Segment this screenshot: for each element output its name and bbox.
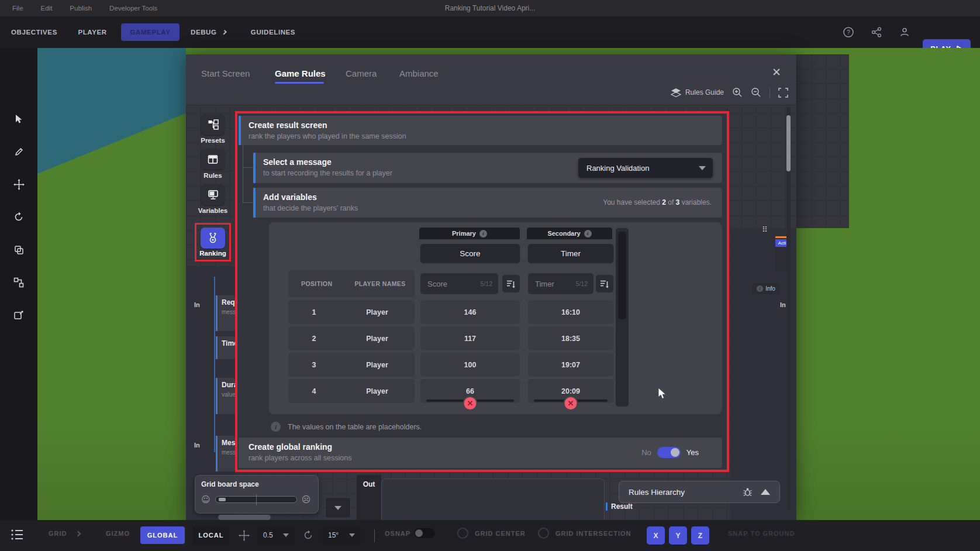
tab-game-rules[interactable]: Game Rules bbox=[275, 68, 326, 78]
player-button[interactable]: PLAYER bbox=[69, 23, 116, 41]
select-tool-button[interactable] bbox=[8, 108, 29, 129]
chevron-down-icon bbox=[334, 506, 341, 510]
hierarchy-tool-button[interactable] bbox=[8, 272, 29, 293]
node-port-out: Out bbox=[357, 480, 381, 488]
app-window: File Edit Publish Developer Tools Rankin… bbox=[0, 0, 980, 551]
primary-label: Primary bbox=[452, 230, 476, 237]
fullscreen-button[interactable] bbox=[778, 88, 788, 98]
rotate-step-select[interactable]: 15° bbox=[322, 526, 361, 544]
chevron-down-icon bbox=[699, 166, 706, 170]
add-variables-section: Add variables that decide the players' r… bbox=[253, 188, 722, 218]
frame-tool-button[interactable] bbox=[8, 305, 29, 326]
info-icon[interactable]: i bbox=[584, 230, 592, 237]
rotate-tool-button[interactable] bbox=[8, 206, 29, 228]
sidebar-variables-button[interactable] bbox=[201, 184, 225, 205]
menu-edit[interactable]: Edit bbox=[41, 5, 53, 12]
tab-camera[interactable]: Camera bbox=[346, 68, 377, 78]
modal-scrollbar[interactable] bbox=[786, 107, 791, 511]
primary-variable-button[interactable]: Score bbox=[420, 244, 520, 263]
info-chip-label: Info bbox=[765, 285, 775, 292]
axis-z-button[interactable]: Z bbox=[691, 526, 709, 545]
move-tool-button[interactable] bbox=[8, 174, 29, 195]
primary-column-header: Primary i bbox=[419, 228, 520, 239]
draw-tool-button[interactable] bbox=[8, 141, 29, 162]
menu-publish[interactable]: Publish bbox=[70, 5, 92, 12]
node-card-required: Requ messa bbox=[216, 295, 235, 331]
collapsed-dropdown-button[interactable] bbox=[325, 497, 351, 518]
timer-variable-field[interactable]: Timer 5/12 bbox=[528, 273, 593, 294]
rotate-icon bbox=[13, 212, 24, 222]
zoom-in-button[interactable] bbox=[732, 87, 743, 98]
score-variable-field[interactable]: Score 5/12 bbox=[420, 273, 498, 294]
grid-board-space-title: Grid board space bbox=[201, 480, 318, 488]
share-button[interactable] bbox=[870, 26, 883, 39]
node-port-in: In bbox=[780, 301, 786, 308]
sidebar-rules-label: Rules bbox=[191, 172, 235, 179]
table-scrollbar[interactable] bbox=[616, 228, 629, 407]
help-button[interactable]: ? bbox=[842, 26, 855, 39]
axis-x-button[interactable]: X bbox=[647, 526, 665, 545]
zoom-out-button[interactable] bbox=[751, 87, 761, 98]
row-player-name: Player bbox=[340, 361, 415, 369]
ranking-highlight-box bbox=[195, 223, 231, 261]
modal-scrollbar-thumb[interactable] bbox=[786, 115, 791, 171]
grid-intersection-label: GRID INTERSECTION bbox=[555, 530, 631, 537]
row-timer-cell: 19:07 bbox=[528, 353, 613, 377]
rules-hierarchy-panel[interactable]: Rules Hierarchy bbox=[619, 481, 780, 503]
tab-start-screen[interactable]: Start Screen bbox=[201, 68, 250, 78]
sidebar-presets-label: Presets bbox=[191, 137, 235, 144]
grid-center-radio[interactable] bbox=[457, 528, 468, 539]
message-dropdown[interactable]: Ranking Validation bbox=[578, 158, 713, 178]
timer-sort-button[interactable] bbox=[596, 275, 613, 292]
info-icon[interactable]: i bbox=[479, 230, 487, 237]
sort-descending-icon bbox=[600, 280, 609, 288]
objectives-button[interactable]: OBJECTIVES bbox=[6, 23, 62, 41]
local-mode-button[interactable]: LOCAL bbox=[193, 526, 229, 544]
gameplay-button[interactable]: GAMEPLAY bbox=[121, 23, 180, 41]
note-prefix: You have selected bbox=[603, 198, 660, 206]
bug-icon[interactable] bbox=[743, 487, 753, 497]
grid-board-slider[interactable] bbox=[215, 496, 297, 503]
table-scrollbar-thumb[interactable] bbox=[618, 232, 626, 319]
node-card-title: Mess bbox=[222, 439, 235, 447]
secondary-column-header: Secondary i bbox=[527, 228, 612, 239]
duplicate-tool-button[interactable] bbox=[8, 239, 29, 260]
debug-button[interactable]: DEBUG bbox=[191, 23, 226, 41]
guidelines-button[interactable]: GUIDELINES bbox=[246, 23, 300, 41]
menu-developer-tools[interactable]: Developer Tools bbox=[109, 5, 157, 12]
node-card-title: Time bbox=[222, 339, 235, 347]
outliner-list-button[interactable] bbox=[9, 527, 25, 542]
global-ranking-toggle[interactable] bbox=[657, 447, 681, 458]
grid-menu-button[interactable]: GRID bbox=[49, 530, 67, 537]
gizmo-button[interactable]: GIZMO bbox=[106, 530, 130, 537]
score-sort-button[interactable] bbox=[502, 275, 520, 292]
secondary-variable-button[interactable]: Timer bbox=[528, 244, 613, 263]
tree-connector bbox=[243, 202, 253, 203]
axis-y-button[interactable]: Y bbox=[669, 526, 687, 545]
sidebar-presets-button[interactable] bbox=[201, 114, 225, 135]
result-label: Result bbox=[611, 502, 633, 511]
drag-grip-icon[interactable]: ⠿ bbox=[762, 225, 768, 234]
rules-guide-button[interactable]: Rules Guide bbox=[671, 88, 724, 97]
menu-file[interactable]: File bbox=[12, 5, 23, 12]
user-button[interactable] bbox=[898, 26, 911, 39]
ranking-settings-panel: Create result screen rank the players wh… bbox=[235, 111, 729, 472]
slider-knob[interactable] bbox=[219, 498, 226, 501]
tab-ambiance[interactable]: Ambiance bbox=[399, 68, 439, 78]
close-button[interactable]: ✕ bbox=[768, 64, 785, 80]
grid-intersection-radio[interactable] bbox=[538, 528, 549, 539]
move-step-select[interactable]: 0.5 bbox=[257, 526, 295, 544]
global-mode-button[interactable]: GLOBAL bbox=[140, 526, 185, 544]
info-chip-button[interactable]: i Info bbox=[752, 283, 780, 294]
topbar: OBJECTIVES PLAYER GAMEPLAY DEBUG GUIDELI… bbox=[0, 16, 980, 48]
osnap-label: OSNAP bbox=[385, 530, 410, 537]
collapse-up-icon[interactable] bbox=[761, 489, 770, 495]
osnap-toggle[interactable] bbox=[414, 528, 435, 538]
error-badge-icon: ✕ bbox=[564, 396, 578, 411]
tree-connector bbox=[243, 167, 253, 168]
sidebar-rules-button[interactable] bbox=[201, 149, 225, 170]
note-suffix: variables. bbox=[682, 198, 712, 206]
sad-face-icon: ☹ bbox=[302, 494, 311, 505]
modal-header: Start Screen Game Rules Camera Ambiance … bbox=[186, 54, 796, 105]
hierarchy-icon bbox=[13, 277, 24, 288]
